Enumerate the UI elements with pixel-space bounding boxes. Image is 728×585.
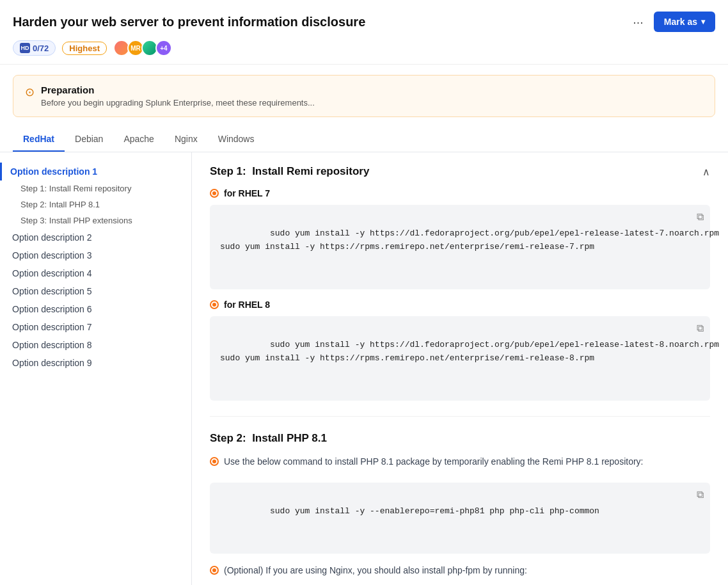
step2-note-2: (Optional) If you are using Nginx, you s… bbox=[224, 564, 527, 577]
hd-icon: HD bbox=[20, 43, 30, 53]
radio-dot-rhel8 bbox=[210, 300, 219, 309]
tab-redhat[interactable]: RedHat bbox=[13, 127, 65, 152]
priority-badge: Highest bbox=[62, 42, 107, 55]
code-block-step2-1: sudo yum install -y --enablerepo=remi-ph… bbox=[210, 483, 710, 554]
sidebar-step-3[interactable]: Step 3: Install PHP extensions bbox=[0, 212, 191, 228]
preparation-box: ⊙ Preparation Before you begin upgrading… bbox=[13, 75, 715, 117]
page-title: Harden your web server to prevent inform… bbox=[13, 15, 628, 29]
prep-description: Before you begin upgrading Splunk Enterp… bbox=[41, 98, 315, 108]
sidebar-option-5[interactable]: Option description 5 bbox=[0, 282, 191, 300]
radio-dot-rhel7 bbox=[210, 189, 219, 198]
tab-windows[interactable]: Windows bbox=[208, 127, 265, 152]
prep-icon: ⊙ bbox=[25, 85, 35, 99]
sidebar-step-2[interactable]: Step 2: Intall PHP 8.1 bbox=[0, 196, 191, 212]
rhel8-label: for RHEL 8 bbox=[210, 300, 710, 310]
tab-apache[interactable]: Apache bbox=[113, 127, 164, 152]
code-block-rhel7: sudo yum install -y https://dl.fedorapro… bbox=[210, 205, 710, 289]
step-2-section: Step 2: Install PHP 8.1 Use the below co… bbox=[210, 432, 710, 585]
step-1-collapse-button[interactable]: ∧ bbox=[702, 166, 710, 178]
tab-nginx[interactable]: Nginx bbox=[164, 127, 208, 152]
radio-dot-step2-2 bbox=[210, 566, 219, 575]
sidebar-option-3[interactable]: Option description 3 bbox=[0, 246, 191, 264]
more-options-button[interactable]: ··· bbox=[628, 12, 649, 32]
copy-button-step2-1[interactable]: ⧉ bbox=[697, 489, 704, 501]
copy-button-rhel8[interactable]: ⧉ bbox=[697, 323, 704, 334]
radio-dot-step2-1 bbox=[210, 457, 219, 466]
sidebar-step-1[interactable]: Step 1: Install Remi repository bbox=[0, 180, 191, 196]
sidebar-option-2[interactable]: Option description 2 bbox=[0, 228, 191, 246]
step-1-section: Step 1: Install Remi repository ∧ for RH… bbox=[210, 165, 710, 417]
sidebar-option-1[interactable]: Option description 1 bbox=[0, 163, 191, 180]
tabs-container: RedHat Debian Apache Nginx Windows bbox=[0, 127, 728, 152]
sidebar: Option description 1 Step 1: Install Rem… bbox=[0, 152, 192, 585]
sidebar-option-7[interactable]: Option description 7 bbox=[0, 318, 191, 336]
step-2-title: Step 2: Install PHP 8.1 bbox=[210, 432, 327, 445]
sidebar-option-8[interactable]: Option description 8 bbox=[0, 336, 191, 354]
mark-as-button[interactable]: Mark as ▾ bbox=[654, 12, 715, 32]
step-1-title: Step 1: Install Remi repository bbox=[210, 165, 369, 178]
id-badge: HD 0/72 bbox=[13, 40, 56, 56]
sidebar-option-4[interactable]: Option description 4 bbox=[0, 264, 191, 282]
sidebar-option-6[interactable]: Option description 6 bbox=[0, 300, 191, 318]
rhel7-label: for RHEL 7 bbox=[210, 188, 710, 198]
assignees: MR +4 bbox=[113, 40, 172, 56]
prep-title: Preparation bbox=[41, 84, 315, 95]
chevron-down-icon: ▾ bbox=[701, 17, 705, 26]
step2-note-1: Use the below command to install PHP 8.1… bbox=[224, 455, 643, 469]
code-block-rhel8: sudo yum install -y https://dl.fedorapro… bbox=[210, 316, 710, 401]
sidebar-option-9[interactable]: Option description 9 bbox=[0, 354, 191, 372]
copy-button-rhel7[interactable]: ⧉ bbox=[697, 211, 704, 223]
tab-debian[interactable]: Debian bbox=[65, 127, 113, 152]
avatar-plus: +4 bbox=[155, 40, 172, 56]
content-area: Step 1: Install Remi repository ∧ for RH… bbox=[192, 152, 728, 585]
